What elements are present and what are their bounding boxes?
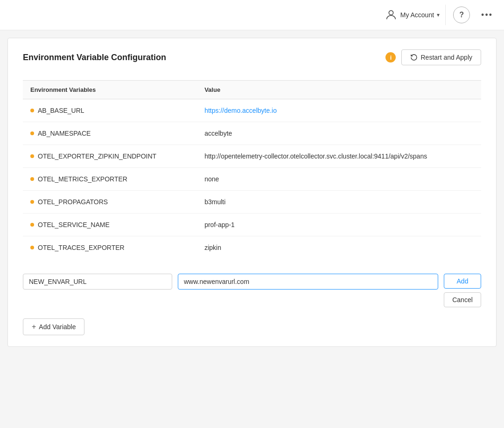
- restart-icon: [410, 54, 418, 61]
- main-content: Environment Variable Configuration i Res…: [7, 38, 497, 347]
- more-options-button[interactable]: •••: [477, 8, 497, 22]
- new-variable-name-input[interactable]: [23, 274, 172, 290]
- env-var-actions-cell: [449, 214, 481, 236]
- table-row: OTEL_SERVICE_NAME prof-app-1: [23, 214, 481, 236]
- env-var-name: OTEL_METRICS_EXPORTER: [30, 175, 189, 183]
- status-dot: [30, 154, 34, 158]
- status-dot: [30, 200, 34, 204]
- env-var-name: AB_NAMESPACE: [30, 130, 189, 137]
- plus-icon: +: [32, 323, 36, 331]
- env-var-name: OTEL_SERVICE_NAME: [30, 221, 189, 228]
- restart-and-apply-button[interactable]: Restart and Apply: [401, 49, 481, 65]
- col-header-env-var: Environment Variables: [23, 81, 197, 99]
- table-row: OTEL_METRICS_EXPORTER none: [23, 168, 481, 191]
- env-var-value-cell: b3multi: [197, 191, 449, 214]
- env-var-actions-cell: [449, 145, 481, 168]
- add-variable-label: Add Variable: [39, 323, 76, 331]
- page-title: Environment Variable Configuration: [23, 53, 166, 62]
- table-row: OTEL_PROPAGATORS b3multi: [23, 191, 481, 214]
- env-var-value-cell: prof-app-1: [197, 214, 449, 236]
- new-variable-form: Add Cancel: [23, 270, 481, 307]
- chevron-down-icon: ▾: [437, 12, 440, 18]
- env-var-actions-cell: [449, 236, 481, 259]
- env-var-value-text: http://opentelemetry-collector.otelcolle…: [204, 152, 427, 160]
- status-dot: [30, 109, 34, 112]
- table-row: OTEL_EXPORTER_ZIPKIN_ENDPOINT http://ope…: [23, 145, 481, 168]
- env-var-value-text: accelbyte: [204, 130, 232, 137]
- env-var-name: AB_BASE_URL: [30, 107, 189, 114]
- col-header-actions: [449, 81, 481, 99]
- env-var-name-cell: OTEL_EXPORTER_ZIPKIN_ENDPOINT: [23, 145, 197, 168]
- col-header-value: Value: [197, 81, 449, 99]
- table-row: OTEL_TRACES_EXPORTER zipkin: [23, 236, 481, 259]
- account-label: My Account: [400, 11, 434, 19]
- env-var-value-cell: https://demo.accelbyte.io: [197, 99, 449, 122]
- info-icon[interactable]: i: [385, 52, 396, 62]
- env-var-value-cell: accelbyte: [197, 122, 449, 145]
- add-variable-button[interactable]: + Add Variable: [23, 318, 84, 335]
- env-var-value-text: prof-app-1: [204, 221, 235, 228]
- env-var-name-cell: OTEL_METRICS_EXPORTER: [23, 168, 197, 191]
- env-var-value-cell: http://opentelemetry-collector.otelcolle…: [197, 145, 449, 168]
- env-var-value-link[interactable]: https://demo.accelbyte.io: [204, 107, 277, 114]
- env-var-actions-cell: [449, 168, 481, 191]
- env-var-name: OTEL_EXPORTER_ZIPKIN_ENDPOINT: [30, 152, 189, 160]
- env-var-value-text: zipkin: [204, 244, 221, 251]
- table-row: AB_NAMESPACE accelbyte: [23, 122, 481, 145]
- header-right-section: My Account ▾ ? •••: [379, 5, 497, 25]
- svg-point-0: [389, 11, 393, 15]
- env-var-name-cell: OTEL_TRACES_EXPORTER: [23, 236, 197, 259]
- cancel-button[interactable]: Cancel: [444, 292, 481, 307]
- env-var-name: OTEL_TRACES_EXPORTER: [30, 244, 189, 251]
- env-var-name-cell: OTEL_SERVICE_NAME: [23, 214, 197, 236]
- status-dot: [30, 177, 34, 181]
- status-dot: [30, 223, 34, 227]
- env-variables-table: Environment Variables Value AB_BASE_URL …: [23, 80, 481, 259]
- status-dot: [30, 246, 34, 249]
- my-account-menu[interactable]: My Account ▾: [379, 5, 446, 25]
- env-var-name-cell: OTEL_PROPAGATORS: [23, 191, 197, 214]
- env-var-actions-cell: [449, 99, 481, 122]
- new-variable-value-input[interactable]: [178, 274, 438, 290]
- header-actions: i Restart and Apply: [385, 49, 481, 65]
- add-button[interactable]: Add: [444, 274, 481, 289]
- env-var-value-text: b3multi: [204, 198, 225, 206]
- form-buttons: Add Cancel: [444, 274, 481, 307]
- table-row: AB_BASE_URL https://demo.accelbyte.io: [23, 99, 481, 122]
- env-var-value-text: none: [204, 175, 219, 183]
- env-var-name-cell: AB_NAMESPACE: [23, 122, 197, 145]
- env-var-name: OTEL_PROPAGATORS: [30, 198, 189, 206]
- status-dot: [30, 131, 34, 135]
- env-var-actions-cell: [449, 191, 481, 214]
- env-var-actions-cell: [449, 122, 481, 145]
- env-var-value-cell: zipkin: [197, 236, 449, 259]
- page-header: Environment Variable Configuration i Res…: [23, 49, 481, 65]
- env-var-name-cell: AB_BASE_URL: [23, 99, 197, 122]
- app-header: My Account ▾ ? •••: [0, 0, 504, 30]
- env-var-value-cell: none: [197, 168, 449, 191]
- user-icon: [385, 8, 398, 21]
- help-button[interactable]: ?: [453, 7, 470, 23]
